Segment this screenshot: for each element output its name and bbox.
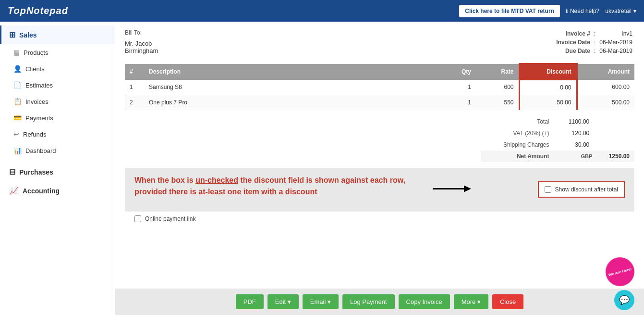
invoice-meta: Invoice # : Inv1 Invoice Date : 06-Mar-2… bbox=[554, 29, 634, 55]
invoice-date-value: 06-Mar-2019 bbox=[597, 38, 634, 47]
main-layout: ⊞ Sales ▦ Products 👤 Clients 📄 Estimates… bbox=[0, 22, 644, 315]
sidebar-purchases-header[interactable]: ⊟ Purchases bbox=[0, 163, 115, 181]
copy-invoice-button[interactable]: Copy Invoice bbox=[399, 294, 450, 309]
col-header-qty: Qty bbox=[437, 64, 476, 80]
invoice-date-label: Invoice Date bbox=[554, 38, 592, 47]
bottom-toolbar: PDF Edit ▾ Email ▾ Log Payment Copy Invo… bbox=[115, 289, 644, 315]
shipping-label: Shipping Charges bbox=[481, 139, 554, 151]
header-right: Click here to file MTD VAT return ℹ Need… bbox=[459, 5, 636, 17]
sidebar-invoices-label: Invoices bbox=[25, 98, 49, 105]
help-button[interactable]: ℹ Need help? bbox=[566, 8, 599, 14]
sidebar-accounting-header[interactable]: 📈 Accounting bbox=[0, 181, 115, 200]
vat-label: VAT (20%) (+) bbox=[481, 127, 554, 139]
accounting-icon: 📈 bbox=[9, 186, 19, 195]
colon3: : bbox=[592, 47, 597, 55]
row2-discount: 50.00 bbox=[519, 95, 577, 110]
col-header-amount: Amount bbox=[577, 64, 634, 80]
due-date-value: 06-Mar-2019 bbox=[597, 47, 634, 55]
net-amount-value: 1250.00 bbox=[594, 151, 634, 162]
chevron-down-icon: ▾ bbox=[633, 8, 636, 14]
sidebar-item-clients[interactable]: 👤 Clients bbox=[0, 61, 115, 77]
user-menu[interactable]: ukvatretail ▾ bbox=[605, 8, 636, 14]
row2-qty: 1 bbox=[437, 95, 476, 110]
sales-section: ⊞ Sales ▦ Products 👤 Clients 📄 Estimates… bbox=[0, 22, 115, 163]
purchases-icon: ⊟ bbox=[9, 167, 15, 176]
bill-to-section: Bill To: Mr. Jacob Birmingham bbox=[125, 29, 158, 54]
show-discount-label: Show discount after total bbox=[555, 186, 618, 193]
net-amount-row: Net Amount GBP 1250.00 bbox=[481, 151, 634, 162]
email-button[interactable]: Email ▾ bbox=[303, 294, 339, 309]
log-payment-button[interactable]: Log Payment bbox=[342, 294, 395, 309]
chat-button[interactable]: 💬 bbox=[614, 290, 634, 310]
sidebar: ⊞ Sales ▦ Products 👤 Clients 📄 Estimates… bbox=[0, 22, 115, 315]
invoice-num-label: Invoice # bbox=[554, 29, 592, 38]
annotation-before: When the box is bbox=[134, 176, 195, 184]
sales-icon: ⊞ bbox=[9, 30, 15, 39]
pdf-button[interactable]: PDF bbox=[236, 294, 264, 309]
content-area: Bill To: Mr. Jacob Birmingham Invoice # … bbox=[115, 22, 644, 315]
totals-table: Total 1100.00 VAT (20%) (+) 120.00 Shipp… bbox=[481, 116, 634, 162]
sidebar-accounting-label: Accounting bbox=[23, 187, 60, 195]
table-row: 2 One plus 7 Pro 1 550 50.00 500.00 bbox=[125, 95, 634, 110]
edit-button[interactable]: Edit ▾ bbox=[267, 294, 299, 309]
customer-name: Mr. Jacob bbox=[125, 40, 158, 47]
col-header-num: # bbox=[125, 64, 144, 80]
close-button[interactable]: Close bbox=[492, 294, 523, 309]
sidebar-sales-header[interactable]: ⊞ Sales bbox=[0, 25, 115, 44]
shipping-row: Shipping Charges 30.00 bbox=[481, 139, 634, 151]
annotation-area: When the box is un-checked the discount … bbox=[125, 168, 634, 211]
online-payment-row: Online payment link bbox=[125, 211, 634, 226]
invoice-table: # Description Qty Rate Discount Amount 1… bbox=[125, 63, 634, 110]
show-discount-checkbox[interactable] bbox=[545, 186, 551, 193]
online-payment-label: Online payment link bbox=[145, 215, 195, 222]
dashboard-icon: 📊 bbox=[13, 147, 22, 154]
totals-section: Total 1100.00 VAT (20%) (+) 120.00 Shipp… bbox=[125, 116, 634, 162]
more-button[interactable]: More ▾ bbox=[454, 294, 488, 309]
total-row: Total 1100.00 bbox=[481, 116, 634, 127]
refunds-icon: ↩ bbox=[13, 130, 19, 138]
row1-amount: 600.00 bbox=[577, 80, 634, 95]
user-label: ukvatretail bbox=[605, 8, 632, 14]
net-amount-currency: GBP bbox=[554, 151, 594, 162]
table-row: 1 Samsung S8 1 600 0.00 600.00 bbox=[125, 80, 634, 95]
invoices-icon: 📋 bbox=[13, 98, 22, 105]
col-header-discount: Discount bbox=[519, 64, 577, 80]
sidebar-dashboard-label: Dashboard bbox=[25, 147, 56, 154]
mtd-button[interactable]: Click here to file MTD VAT return bbox=[459, 5, 560, 17]
show-discount-container: Show discount after total bbox=[538, 181, 625, 198]
help-label: Need help? bbox=[570, 8, 599, 14]
sidebar-products-label: Products bbox=[24, 49, 48, 56]
sidebar-item-invoices[interactable]: 📋 Invoices bbox=[0, 93, 115, 110]
arrow-decoration bbox=[433, 182, 471, 198]
annotation-underline: un-checked bbox=[195, 176, 238, 184]
row1-rate: 600 bbox=[476, 80, 519, 95]
row2-description: One plus 7 Pro bbox=[144, 95, 437, 110]
row2-amount: 500.00 bbox=[577, 95, 634, 110]
shipping-value: 30.00 bbox=[554, 139, 594, 151]
sidebar-item-payments[interactable]: 💳 Payments bbox=[0, 110, 115, 126]
row1-num: 1 bbox=[125, 80, 144, 95]
sidebar-item-estimates[interactable]: 📄 Estimates bbox=[0, 77, 115, 93]
due-date-label: Due Date bbox=[554, 47, 592, 55]
sidebar-sales-label: Sales bbox=[19, 31, 37, 39]
top-header: TopNotepad Click here to file MTD VAT re… bbox=[0, 0, 644, 22]
products-icon: ▦ bbox=[13, 49, 20, 56]
row2-rate: 550 bbox=[476, 95, 519, 110]
sidebar-item-dashboard[interactable]: 📊 Dashboard bbox=[0, 142, 115, 159]
customer-city: Birmingham bbox=[125, 47, 158, 54]
col-header-description: Description bbox=[144, 64, 437, 80]
sidebar-payments-label: Payments bbox=[25, 114, 53, 122]
bill-to-label: Bill To: bbox=[125, 29, 158, 36]
vat-value: 120.00 bbox=[554, 127, 594, 139]
row1-qty: 1 bbox=[437, 80, 476, 95]
online-payment-checkbox[interactable] bbox=[134, 215, 141, 222]
logo: TopNotepad bbox=[8, 5, 68, 16]
sidebar-item-refunds[interactable]: ↩ Refunds bbox=[0, 126, 115, 142]
net-amount-label: Net Amount bbox=[481, 151, 554, 162]
invoice-num-value: Inv1 bbox=[597, 29, 634, 38]
total-label: Total bbox=[481, 116, 554, 127]
sidebar-item-products[interactable]: ▦ Products bbox=[0, 44, 115, 61]
row1-discount: 0.00 bbox=[519, 80, 577, 95]
invoice-panel: Bill To: Mr. Jacob Birmingham Invoice # … bbox=[115, 22, 644, 289]
col-header-rate: Rate bbox=[476, 64, 519, 80]
